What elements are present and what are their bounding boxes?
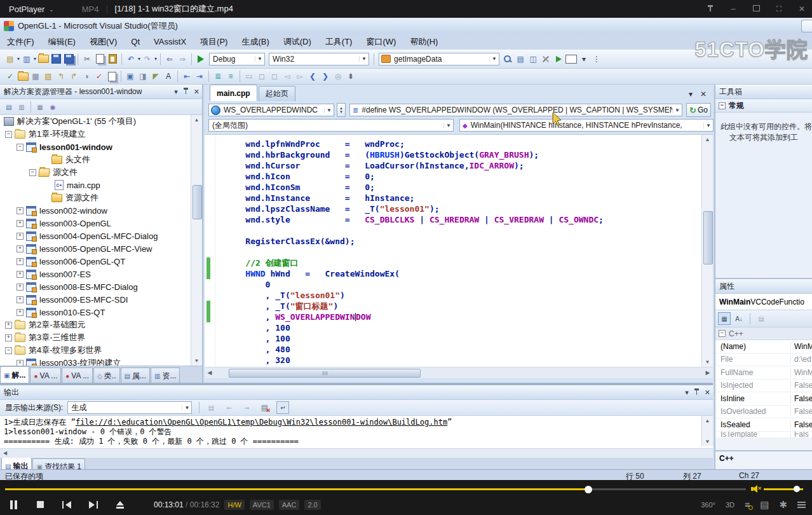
definition-combo[interactable]: ≣ #define WS_OVERLAPPEDWINDOW (WS_OVERLA… — [349, 104, 682, 116]
output-horizontal-scrollbar[interactable]: ◀ — [0, 448, 713, 458]
save-icon[interactable] — [50, 53, 62, 65]
uncomment-icon[interactable]: ◻ — [269, 71, 280, 82]
find-in-files-icon[interactable] — [502, 53, 513, 65]
categorized-icon[interactable]: ▦ — [718, 312, 731, 325]
chevron-down-icon[interactable]: ▾ — [34, 56, 36, 62]
player-app-menu[interactable]: PotPlayer — [9, 4, 44, 14]
vr-360-button[interactable]: 360° — [701, 501, 715, 509]
code-editor[interactable]: wnd.lpfnWndProc = wndProc; wnd.hbrBackgr… — [205, 134, 713, 367]
va-open-file-icon[interactable] — [17, 71, 29, 82]
tree-item[interactable]: +第3章-三维世界 — [0, 331, 202, 344]
document-tab[interactable]: 起始页 — [259, 86, 295, 101]
add-bookmark-icon[interactable]: ❮ — [307, 71, 318, 82]
prev-bookmark-icon[interactable]: ◅ — [281, 71, 293, 82]
tree-item[interactable]: −第4章-纹理多彩世界 — [0, 344, 202, 357]
menu-item[interactable]: VAssistX — [147, 37, 193, 46]
quick-find-icon[interactable]: ◎ — [332, 71, 344, 82]
tree-item[interactable]: −lesson001-window — [0, 141, 202, 153]
panel-tab[interactable]: ◇类.. — [93, 367, 119, 383]
property-row[interactable]: FullNameWinM — [715, 366, 812, 380]
tree-item[interactable]: +lesson002-window — [0, 204, 202, 217]
next-button[interactable] — [80, 496, 107, 514]
volume-knob[interactable] — [794, 486, 800, 492]
property-row[interactable]: Filed:\ed — [715, 354, 812, 367]
panel-tab[interactable]: ▥资... — [151, 367, 180, 383]
select-mode-icon[interactable]: ◤ — [150, 71, 161, 82]
tree-item[interactable]: +lesson005-OpenGL-MFC-View — [0, 242, 202, 255]
output-source-combo[interactable]: 生成 ▼ — [67, 401, 192, 414]
log-button[interactable]: ▤ — [760, 499, 769, 511]
menu-item[interactable]: 视图(V) — [83, 36, 124, 48]
chevron-down-icon[interactable]: ▾ — [17, 56, 20, 62]
alphabetical-icon[interactable]: A↓ — [733, 313, 745, 324]
menu-item[interactable]: 项目(P) — [193, 36, 234, 48]
next-bookmark-icon[interactable]: ▻ — [294, 71, 306, 82]
prev-message-icon[interactable]: ⇐ — [223, 402, 234, 413]
scroll-up-icon[interactable]: ▲ — [702, 135, 713, 144]
panel-tab[interactable]: ●VA ... — [30, 367, 61, 383]
next-message-icon[interactable]: ⇒ — [241, 402, 252, 413]
mute-speaker-icon[interactable]: × — [751, 484, 762, 494]
expand-icon[interactable]: + — [17, 284, 24, 291]
collapse-icon[interactable]: − — [17, 144, 24, 151]
panel-tab[interactable]: ●VA ... — [62, 367, 93, 383]
go-button[interactable]: ↻ Go — [686, 103, 711, 117]
solution-platforms-combo[interactable]: Win32▼ — [269, 53, 369, 65]
expand-icon[interactable]: + — [17, 309, 24, 316]
document-tab[interactable]: main.cpp — [210, 85, 257, 101]
vs-window-button-partial[interactable] — [801, 20, 812, 32]
seek-knob[interactable] — [585, 486, 592, 493]
chevron-down-icon[interactable]: ▼ — [672, 107, 682, 113]
collapse-icon[interactable]: − — [29, 169, 36, 176]
expand-icon[interactable]: + — [5, 334, 12, 341]
find-symbol-combo[interactable]: getImageData▼ — [379, 53, 499, 65]
minimize-icon[interactable]: – — [728, 4, 738, 13]
view-designer-icon[interactable]: ◉ — [47, 101, 58, 113]
menu-item[interactable]: 调试(D) — [276, 36, 318, 48]
tree-item[interactable]: +lesson004-OpenGL-MFC-Dialog — [0, 230, 202, 242]
comment-out-icon[interactable]: ◻ — [256, 71, 267, 82]
pause-button[interactable] — [0, 496, 27, 514]
3d-button[interactable]: 3D — [726, 501, 734, 509]
expand-icon[interactable]: + — [17, 245, 24, 252]
expand-icon[interactable]: + — [17, 258, 24, 265]
expand-icon[interactable]: + — [5, 322, 12, 329]
property-row[interactable]: IsSealedFalse — [715, 418, 812, 432]
va-options-icon[interactable]: ✓ — [4, 71, 16, 82]
word-wrap-icon[interactable]: A — [163, 71, 174, 82]
chevron-down-icon[interactable]: ▼ — [359, 56, 369, 62]
close-document-icon[interactable]: ✕ — [700, 90, 707, 99]
properties-window-icon[interactable]: ▤ — [515, 53, 526, 65]
tree-item[interactable]: 资源文件 — [0, 191, 202, 204]
toolbar-chevron-icon[interactable]: ▾ — [578, 53, 590, 65]
open-file-icon[interactable] — [37, 53, 49, 65]
toolbox-group-row[interactable]: − 常规 — [715, 99, 812, 113]
chevron-down-icon[interactable]: ▼ — [489, 56, 499, 62]
copy-icon[interactable] — [94, 53, 105, 65]
toolbar2-overflow-icon[interactable]: ⇟ — [345, 71, 356, 82]
menu-button[interactable] — [797, 502, 806, 508]
sort-lines-icon[interactable]: ≡ — [225, 71, 236, 82]
close-icon[interactable]: ✕ — [797, 4, 807, 13]
navigate-backward-icon[interactable]: ⇐ — [164, 53, 175, 65]
scroll-right-icon[interactable]: ▶ — [703, 367, 713, 378]
build-log-link[interactable]: file://d:\education\OpenGL\OpenGL1\temp\… — [76, 418, 447, 427]
view-code-icon[interactable]: ▦ — [34, 101, 46, 113]
seek-bar-progress[interactable] — [5, 488, 588, 490]
expand-icon[interactable]: + — [17, 296, 24, 303]
tree-item[interactable]: +lesson033-纹理的建立 — [0, 357, 202, 366]
collapse-icon[interactable]: − — [719, 330, 726, 337]
surround-with-icon[interactable]: ◨ — [137, 71, 149, 82]
toggle-word-wrap-icon[interactable]: ↵ — [276, 401, 289, 414]
property-row[interactable]: IsInlineFalse — [715, 392, 812, 406]
save-all-icon[interactable] — [63, 53, 74, 65]
menu-item[interactable]: 文件(F) — [0, 36, 41, 48]
menu-item[interactable]: 窗口(W) — [359, 36, 403, 48]
property-row[interactable]: (Name)WinM — [715, 340, 812, 354]
va-spell-check-icon[interactable]: ✓ — [93, 71, 105, 82]
properties-group-row[interactable]: − C++ — [715, 327, 812, 340]
increase-indent-icon[interactable]: ⇥ — [194, 71, 205, 82]
tree-item[interactable]: 解决方案'OpenGL-1' (55 个项目) — [0, 115, 202, 128]
tree-item[interactable]: +lesson003-OpenGL — [0, 217, 202, 230]
add-new-item-icon[interactable]: ▥ — [21, 53, 32, 65]
